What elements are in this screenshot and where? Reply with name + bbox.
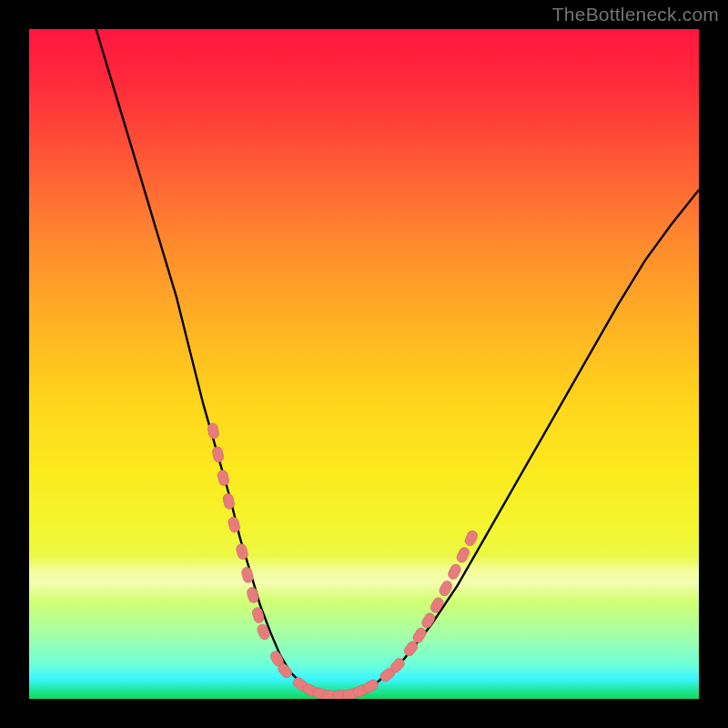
outer-frame: TheBottleneck.com xyxy=(0,0,728,728)
highlight-dot xyxy=(463,529,479,547)
watermark-text: TheBottleneck.com xyxy=(552,4,719,25)
highlight-dot xyxy=(455,546,470,564)
plot-area xyxy=(29,29,699,699)
highlight-dot xyxy=(211,446,224,463)
highlight-dot xyxy=(429,596,445,614)
highlight-dot xyxy=(222,492,236,510)
highlight-dot xyxy=(246,586,259,603)
curve-layer xyxy=(29,29,699,699)
highlight-dot xyxy=(251,606,265,623)
highlight-dot xyxy=(447,562,463,581)
highlight-dot xyxy=(420,612,437,630)
highlight-dot xyxy=(217,470,230,487)
bottleneck-curve-path xyxy=(96,29,699,695)
highlight-dot xyxy=(207,422,219,440)
